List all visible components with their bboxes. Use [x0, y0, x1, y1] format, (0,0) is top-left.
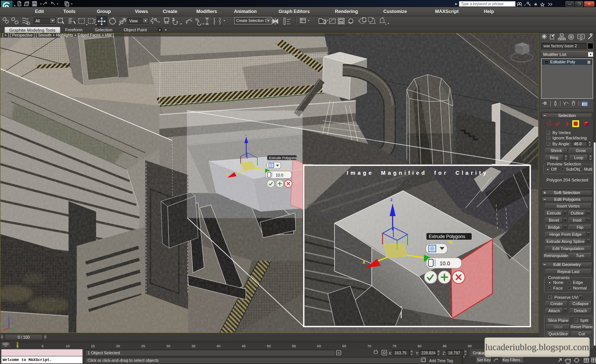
svg-text:80: 80 — [418, 344, 422, 348]
svg-text:5: 5 — [42, 344, 44, 348]
svg-text:45: 45 — [242, 344, 246, 348]
svg-text:%: % — [195, 18, 199, 22]
svg-text:Extrude Polygons: Extrude Polygons — [429, 234, 465, 239]
svg-text:x: x — [226, 172, 228, 176]
svg-text:0: 0 — [16, 344, 18, 348]
svg-text:30: 30 — [166, 344, 170, 348]
svg-text:15: 15 — [91, 344, 95, 348]
svg-text:90: 90 — [468, 344, 472, 348]
svg-text:55: 55 — [292, 344, 296, 348]
svg-text:Image Magnified for Clarity: Image Magnified for Clarity — [347, 170, 489, 176]
svg-text:60: 60 — [317, 344, 321, 348]
svg-text:35: 35 — [191, 344, 196, 348]
svg-text:85: 85 — [443, 344, 447, 348]
svg-text:z: z — [390, 197, 393, 202]
svg-text:z: z — [7, 313, 9, 317]
svg-text:10.0: 10.0 — [276, 173, 283, 177]
svg-text:Extrude Polygons: Extrude Polygons — [269, 156, 297, 160]
svg-text:10.0: 10.0 — [440, 260, 450, 266]
svg-text:50: 50 — [267, 344, 271, 348]
svg-text:x: x — [362, 259, 365, 265]
svg-text:20: 20 — [116, 344, 120, 348]
svg-text:z: z — [245, 133, 247, 137]
svg-text:25: 25 — [141, 344, 145, 348]
svg-text:70: 70 — [367, 344, 371, 348]
svg-text:40: 40 — [216, 344, 221, 348]
svg-text:[ + ] [ Perspective ] [ Smooth: [ + ] [ Perspective ] [ Smooth + Highlig… — [2, 33, 114, 37]
svg-text:10: 10 — [66, 344, 70, 348]
svg-text:75: 75 — [393, 344, 397, 348]
svg-text:65: 65 — [342, 344, 346, 348]
